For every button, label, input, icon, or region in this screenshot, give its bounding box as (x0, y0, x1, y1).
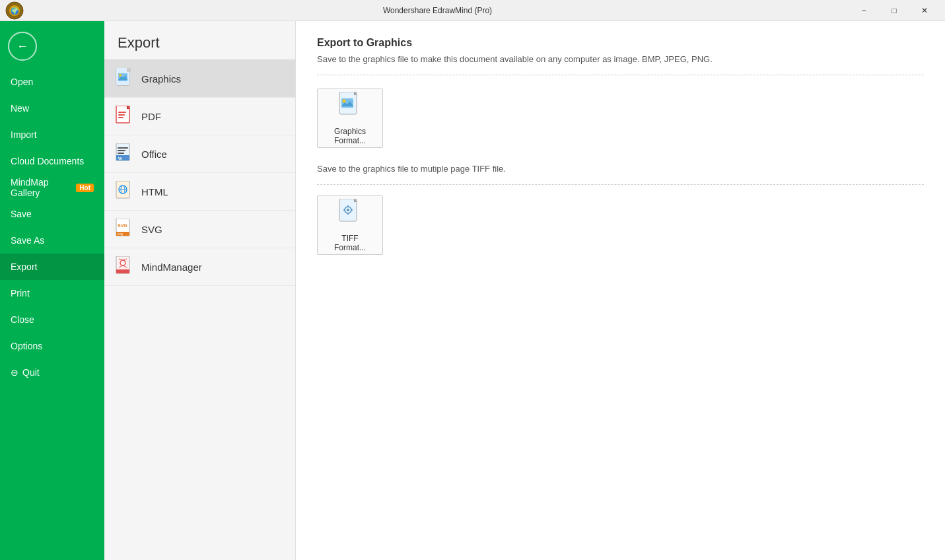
svg-icon: SVG svg (115, 219, 133, 240)
html-icon (115, 181, 133, 202)
export-menu-label-graphics: Graphics (141, 73, 181, 85)
export-menu-item-html[interactable]: HTML (104, 173, 295, 211)
svg-rect-13 (118, 112, 126, 113)
tiff-format-icon (338, 199, 362, 230)
tiff-format-label: TIFF Format... (334, 234, 366, 252)
sidebar-item-new[interactable]: New (0, 95, 104, 122)
svg-rect-19 (118, 150, 125, 151)
export-panel: Export Graphics (104, 21, 296, 560)
office-icon: W (115, 143, 133, 164)
svg-point-47 (347, 209, 349, 211)
section-description: Save to the graphics file to make this d… (317, 54, 924, 75)
export-menu-item-mindmanager[interactable]: MindManager (104, 248, 295, 286)
graphics-format-card[interactable]: Graphics Format... (317, 88, 383, 148)
svg-rect-20 (118, 153, 124, 154)
export-menu-item-svg[interactable]: SVG svg SVG (104, 211, 295, 248)
format-cards-group: Graphics Format... (317, 88, 924, 148)
back-icon: ← (17, 40, 28, 53)
svg-rect-49 (347, 213, 349, 215)
sidebar-item-save[interactable]: Save (0, 201, 104, 227)
export-menu-item-office[interactable]: W Office (104, 135, 295, 173)
export-menu-label-svg: SVG (141, 224, 162, 235)
sidebar-item-export[interactable]: Export (0, 254, 104, 280)
export-menu-label-office: Office (141, 149, 167, 160)
tiff-cards-group: TIFF Format... (317, 195, 924, 255)
svg-rect-31 (116, 269, 129, 273)
mindmanager-icon (115, 256, 133, 277)
tiff-format-card[interactable]: TIFF Format... (317, 195, 383, 255)
sidebar-item-open[interactable]: Open (0, 69, 104, 95)
graphics-format-icon (338, 92, 362, 123)
sidebar-item-quit[interactable]: ⊖ Quit (0, 359, 104, 386)
svg-text:SVG: SVG (118, 223, 127, 228)
svg-rect-15 (118, 117, 123, 118)
hot-badge: Hot (76, 184, 94, 192)
graphics-format-label: Graphics Format... (334, 127, 366, 145)
svg-rect-18 (118, 147, 128, 149)
svg-rect-14 (118, 114, 125, 116)
svg-rect-48 (347, 205, 349, 207)
minimize-button[interactable]: − (849, 0, 879, 21)
sidebar-item-save-as[interactable]: Save As (0, 227, 104, 254)
title-bar: 🌍 Wondershare EdrawMind (Pro) − □ ✕ (0, 0, 945, 21)
window-title: Wondershare EdrawMind (Pro) (26, 6, 849, 15)
export-menu-label-html: HTML (141, 186, 168, 197)
sidebar-item-cloud-documents[interactable]: Cloud Documents (0, 148, 104, 174)
quit-icon: ⊖ (11, 367, 18, 378)
sidebar-item-print[interactable]: Print (0, 280, 104, 306)
svg-rect-50 (343, 209, 345, 211)
pdf-icon (115, 106, 133, 127)
close-button[interactable]: ✕ (909, 0, 940, 21)
export-panel-title: Export (104, 21, 295, 60)
sidebar-item-import[interactable]: Import (0, 122, 104, 148)
export-menu-item-graphics[interactable]: Graphics (104, 60, 295, 98)
section-title: Export to Graphics (317, 37, 924, 49)
export-menu-item-pdf[interactable]: PDF (104, 98, 295, 135)
sidebar-item-options[interactable]: Options (0, 333, 104, 359)
sidebar-item-close[interactable]: Close (0, 306, 104, 333)
svg-text:🌍: 🌍 (11, 7, 19, 15)
svg-rect-51 (351, 209, 353, 211)
back-button[interactable]: ← (8, 32, 37, 61)
svg-point-9 (119, 74, 122, 77)
main-content: ← Open New Import Cloud Documents MindMa… (0, 21, 945, 560)
content-area: Export to Graphics Save to the graphics … (296, 21, 945, 560)
maximize-button[interactable]: □ (879, 0, 909, 21)
app-logo: 🌍 (5, 0, 26, 21)
export-menu-label-pdf: PDF (141, 111, 161, 122)
graphics-icon (115, 68, 133, 89)
window-controls: − □ ✕ (849, 0, 940, 21)
svg-text:W: W (118, 157, 122, 160)
svg-rect-6 (127, 68, 131, 72)
svg-text:svg: svg (118, 232, 123, 236)
sidebar-item-mindmap-gallery[interactable]: MindMap Gallery Hot (0, 174, 104, 201)
tiff-description: Save to the graphics file to mutiple pag… (317, 164, 924, 185)
sidebar: ← Open New Import Cloud Documents MindMa… (0, 21, 104, 560)
export-menu-label-mindmanager: MindManager (141, 262, 202, 273)
svg-point-42 (343, 99, 346, 102)
